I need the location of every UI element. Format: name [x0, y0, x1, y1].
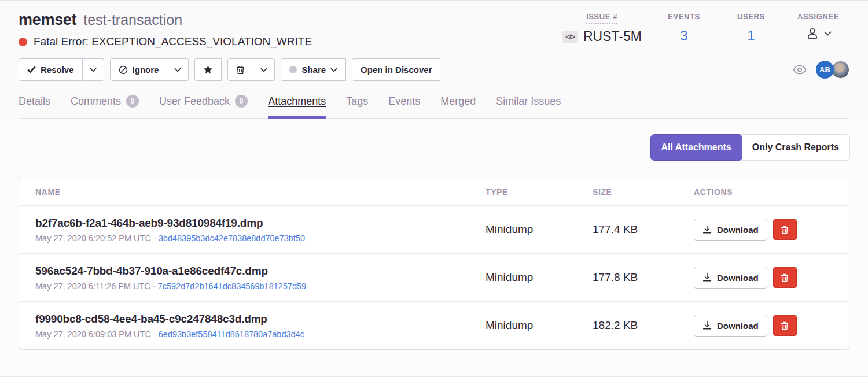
resolve-button[interactable]: Resolve	[19, 58, 83, 81]
attachment-type: Minidump	[486, 223, 593, 236]
share-status-dot	[289, 66, 297, 73]
users-label: USERS	[737, 12, 765, 23]
attachment-meta: May 27, 2020 6:09:03 PM UTC · 6ed93b3ef5…	[35, 330, 486, 339]
chevron-down-icon	[330, 68, 337, 72]
download-button[interactable]: Download	[694, 219, 767, 241]
issue-subtitle: test-transaction	[83, 12, 182, 28]
delete-issue-button[interactable]	[227, 58, 253, 81]
ignore-button[interactable]: Ignore	[110, 58, 168, 81]
attachment-type: Minidump	[486, 271, 593, 284]
attachment-file-name: 596ac524-7bbd-4b37-910a-a1e86cedf47c.dmp	[35, 265, 486, 278]
issue-detail-page: memset test-transaction Fatal Error: EXC…	[0, 0, 868, 377]
col-header-size: SIZE	[593, 187, 694, 197]
open-in-discover-button[interactable]: Open in Discover	[352, 58, 440, 81]
filter-all-attachments-button[interactable]: All Attachments	[651, 135, 742, 160]
download-icon	[703, 321, 712, 330]
error-level-dot	[19, 38, 27, 46]
tab-similar-issues[interactable]: Similar Issues	[496, 95, 561, 119]
issue-header: memset test-transaction Fatal Error: EXC…	[0, 1, 868, 119]
chevron-down-icon	[824, 31, 832, 36]
col-header-actions: ACTIONS	[694, 187, 833, 197]
tab-details[interactable]: Details	[19, 95, 50, 119]
avatar-initials[interactable]: AB	[816, 61, 834, 79]
stat-events: EVENTS 3	[653, 12, 715, 45]
col-header-name: NAME	[35, 187, 486, 197]
attachments-panel: All Attachments Only Crash Reports NAME …	[0, 119, 868, 376]
stat-users: USERS 1	[720, 12, 782, 45]
attachment-size: 177.8 KB	[593, 271, 694, 284]
person-icon	[805, 26, 820, 41]
attachment-type: Minidump	[486, 319, 593, 332]
assignee-label: ASSIGNEE	[797, 12, 839, 23]
attachments-table: NAME TYPE SIZE ACTIONS b2f7ac6b-f2a1-464…	[19, 178, 849, 350]
download-button[interactable]: Download	[694, 267, 767, 289]
table-row: 596ac524-7bbd-4b37-910a-a1e86cedf47c.dmp…	[19, 253, 849, 301]
attachment-file-name: b2f7ac6b-f2a1-464b-aeb9-93d810984f19.dmp	[35, 217, 486, 230]
delete-attachment-button[interactable]	[773, 315, 797, 336]
table-row: b2f7ac6b-f2a1-464b-aeb9-93d810984f19.dmp…	[19, 205, 849, 253]
issue-title-block: memset test-transaction Fatal Error: EXC…	[19, 11, 312, 48]
attachment-file-name: f9990bc8-cd58-4ee4-ba45-c9c247848c3d.dmp	[35, 313, 486, 326]
event-id-link[interactable]: 6ed93b3ef558411d8618780a7abd3d4c	[159, 330, 304, 339]
delete-attachment-button[interactable]	[773, 219, 797, 240]
check-icon	[27, 66, 36, 73]
delete-attachment-button[interactable]	[773, 267, 797, 288]
stat-issue-number: ISSUE # </> RUST-5M	[556, 12, 648, 45]
download-icon	[703, 225, 712, 234]
avatar-photo[interactable]	[832, 61, 849, 79]
comments-count-badge: 0	[126, 95, 139, 108]
issue-stats: ISSUE # </> RUST-5M EVENTS 3 USERS 1 ASS…	[556, 11, 849, 45]
seen-by-eye-icon	[793, 65, 807, 75]
tab-comments[interactable]: Comments0	[71, 95, 139, 119]
col-header-type: TYPE	[486, 187, 593, 197]
users-count[interactable]: 1	[747, 28, 755, 44]
stat-assignee: ASSIGNEE	[787, 12, 849, 45]
table-header-row: NAME TYPE SIZE ACTIONS	[19, 178, 849, 205]
event-id-link[interactable]: 7c592d7d2b1641dc834569b181257d59	[158, 282, 306, 291]
attachment-meta: May 27, 2020 6:11:26 PM UTC · 7c592d7d2b…	[35, 282, 486, 291]
assignee-dropdown[interactable]	[805, 26, 832, 41]
trash-icon	[781, 273, 789, 282]
tab-user-feedback[interactable]: User Feedback0	[159, 95, 248, 119]
trash-icon	[781, 226, 789, 234]
resolve-dropdown-button[interactable]	[83, 58, 104, 81]
trash-icon	[781, 321, 789, 330]
attachment-meta: May 27, 2020 6:20:52 PM UTC · 3bd48395b3…	[35, 234, 486, 243]
issue-number-value[interactable]: RUST-5M	[583, 29, 642, 45]
filter-only-crash-reports-button[interactable]: Only Crash Reports	[742, 135, 849, 160]
action-toolbar: Resolve Ignore	[19, 58, 849, 81]
tab-tags[interactable]: Tags	[346, 95, 368, 119]
ignore-dropdown-button[interactable]	[167, 58, 189, 81]
attachment-size: 182.2 KB	[593, 319, 694, 332]
delete-dropdown-button[interactable]	[253, 58, 275, 81]
issue-tab-bar: Details Comments0 User Feedback0 Attachm…	[19, 95, 849, 119]
seen-by-avatars: AB	[816, 61, 849, 79]
download-icon	[703, 273, 712, 282]
attachment-filter-toggle: All Attachments Only Crash Reports	[651, 135, 849, 160]
tab-events[interactable]: Events	[388, 95, 420, 119]
bookmark-star-button[interactable]	[194, 58, 222, 81]
tab-attachments[interactable]: Attachments	[268, 95, 326, 119]
code-icon: </>	[562, 31, 578, 43]
mute-icon	[119, 65, 128, 75]
trash-icon	[236, 65, 245, 75]
events-label: EVENTS	[668, 12, 700, 23]
share-button[interactable]: Share	[281, 58, 346, 81]
issue-number-label: ISSUE #	[586, 12, 617, 24]
star-icon	[203, 65, 213, 75]
issue-title: memset	[19, 11, 76, 29]
download-button[interactable]: Download	[694, 315, 767, 337]
tab-merged[interactable]: Merged	[440, 95, 476, 119]
feedback-count-badge: 0	[235, 95, 248, 108]
error-message: Fatal Error: EXCEPTION_ACCESS_VIOLATION_…	[34, 35, 312, 48]
events-count[interactable]: 3	[680, 28, 687, 44]
event-id-link[interactable]: 3bd48395b3dc42e7838e8dd70e73bf50	[159, 234, 305, 243]
table-row: f9990bc8-cd58-4ee4-ba45-c9c247848c3d.dmp…	[19, 301, 849, 349]
attachment-size: 177.4 KB	[593, 223, 694, 236]
